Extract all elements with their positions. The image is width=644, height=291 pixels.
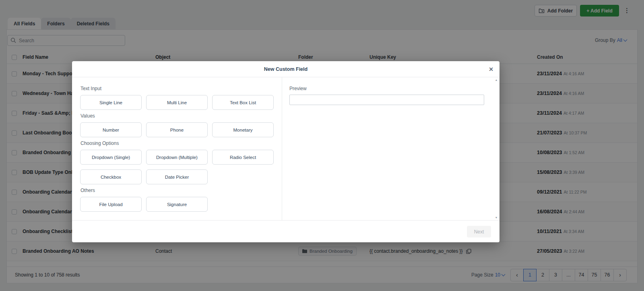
modal-footer: Next (72, 220, 500, 242)
section-label-others: Others (80, 188, 274, 193)
modal-body: Text Input Single Line Multi Line Text B… (72, 77, 500, 220)
new-custom-field-modal: New Custom Field ✕ Text Input Single Lin… (72, 61, 500, 242)
field-type-dropdown-single[interactable]: Dropdown (Single) (80, 150, 142, 165)
modal-scrollbar[interactable]: ▲ ▼ (494, 78, 499, 219)
field-type-dropdown-multiple[interactable]: Dropdown (Multiple) (146, 150, 208, 165)
field-type-single-line[interactable]: Single Line (80, 95, 142, 110)
field-type-multi-line[interactable]: Multi Line (146, 95, 208, 110)
section-label-text-input: Text Input (80, 86, 274, 91)
field-type-date-picker[interactable]: Date Picker (146, 169, 208, 184)
field-type-signature[interactable]: Signature (146, 197, 208, 212)
section-label-choosing-options: Choosing Options (80, 140, 274, 146)
close-icon[interactable]: ✕ (489, 66, 493, 73)
scroll-up-icon[interactable]: ▲ (495, 78, 498, 81)
preview-pane: Preview (282, 77, 500, 220)
modal-title: New Custom Field (264, 66, 308, 72)
field-type-checkbox[interactable]: Checkbox (80, 169, 142, 184)
preview-label: Preview (289, 86, 484, 91)
section-label-values: Values (80, 113, 274, 119)
field-type-number[interactable]: Number (80, 122, 142, 137)
field-type-list: Text Input Single Line Multi Line Text B… (72, 77, 282, 220)
field-type-radio-select[interactable]: Radio Select (212, 150, 274, 165)
preview-input[interactable] (289, 95, 484, 105)
field-type-text-box-list[interactable]: Text Box List (212, 95, 274, 110)
field-type-file-upload[interactable]: File Upload (80, 197, 142, 212)
field-type-monetary[interactable]: Monetary (212, 122, 274, 137)
scroll-down-icon[interactable]: ▼ (495, 216, 498, 219)
next-button[interactable]: Next (467, 226, 491, 237)
field-type-phone[interactable]: Phone (146, 122, 208, 137)
